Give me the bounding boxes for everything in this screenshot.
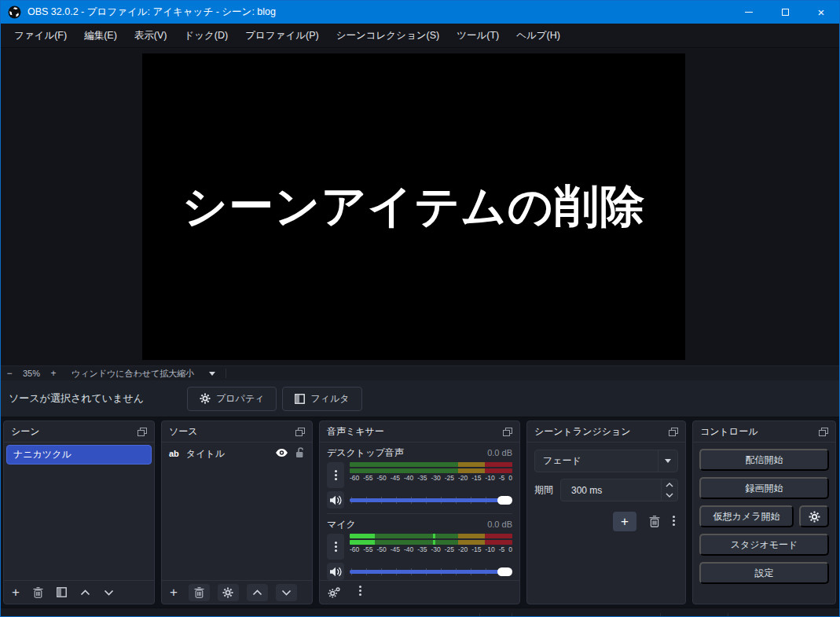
duration-row: 期間 300 ms bbox=[534, 479, 678, 501]
menu-item[interactable]: 表示(V) bbox=[126, 25, 176, 46]
filters-label: フィルタ bbox=[310, 392, 349, 406]
meter-scale-label: -30 bbox=[431, 475, 441, 482]
menu-bar: ファイル(F)編集(E)表示(V)ドック(D)プロファイル(P)シーンコレクショ… bbox=[1, 24, 839, 48]
meter-scale-label: -45 bbox=[391, 475, 400, 482]
virtual-camera-config-button[interactable] bbox=[799, 505, 829, 527]
source-properties-button[interactable] bbox=[218, 584, 239, 601]
remove-source-button[interactable] bbox=[189, 584, 210, 601]
zoom-dropdown-button[interactable] bbox=[202, 366, 222, 380]
remove-scene-button[interactable] bbox=[33, 587, 43, 598]
source-move-up-button[interactable] bbox=[247, 584, 268, 601]
meter-scale-label: -45 bbox=[391, 546, 400, 553]
meter-scale-label: -60 bbox=[350, 546, 359, 553]
transition-properties-menu-button[interactable] bbox=[673, 516, 675, 528]
sources-panel-title: ソース bbox=[169, 425, 198, 439]
channel-menu-button[interactable] bbox=[327, 534, 344, 560]
menu-item[interactable]: ファイル(F) bbox=[6, 25, 75, 46]
meter-scale-label: -55 bbox=[363, 475, 372, 482]
source-move-down-button[interactable] bbox=[276, 584, 297, 601]
mixer-toolbar bbox=[320, 580, 519, 604]
channel-grid: -60-55-50-45-40-35-30-25-20-15-10-50 bbox=[327, 534, 512, 580]
scene-move-up-button[interactable] bbox=[80, 589, 90, 596]
zoom-out-button[interactable]: − bbox=[1, 368, 18, 379]
menu-item[interactable]: ヘルプ(H) bbox=[508, 25, 569, 46]
scene-filters-button[interactable] bbox=[57, 587, 67, 597]
minimize-button[interactable] bbox=[731, 1, 767, 24]
duration-value: 300 ms bbox=[561, 485, 661, 496]
mute-button[interactable] bbox=[327, 491, 344, 509]
trash-icon bbox=[194, 587, 204, 598]
popout-icon[interactable] bbox=[819, 428, 828, 436]
duration-spinner[interactable]: 300 ms bbox=[560, 479, 678, 501]
transition-select[interactable]: フェード bbox=[534, 450, 678, 472]
start-virtual-camera-button[interactable]: 仮想カメラ開始 bbox=[699, 505, 794, 527]
source-lock-button[interactable] bbox=[295, 447, 305, 461]
filters-button[interactable]: フィルタ bbox=[282, 387, 361, 411]
popout-icon[interactable] bbox=[138, 428, 147, 436]
sources-toolbar: + bbox=[162, 580, 312, 604]
mixer-menu-button[interactable] bbox=[359, 584, 361, 601]
maximize-icon bbox=[782, 9, 789, 16]
mixer-body: デスクトップ音声 0.0 dB -60-55-50-45-40-35-30-25… bbox=[320, 443, 519, 580]
source-visibility-button[interactable] bbox=[275, 448, 288, 460]
scene-name: ナニカツクル bbox=[13, 448, 72, 461]
chevron-up-icon bbox=[252, 589, 262, 596]
volume-slider[interactable] bbox=[350, 563, 512, 580]
menu-item[interactable]: ドック(D) bbox=[175, 25, 237, 46]
meter-scale-label: -5 bbox=[499, 475, 505, 482]
duration-label: 期間 bbox=[534, 483, 553, 497]
mute-button[interactable] bbox=[327, 563, 344, 580]
popout-icon[interactable] bbox=[295, 428, 305, 436]
zoom-fit-label[interactable]: ウィンドウに合わせて拡大縮小 bbox=[62, 368, 202, 380]
filter-icon bbox=[295, 394, 305, 404]
close-button[interactable]: × bbox=[803, 1, 839, 24]
menu-item[interactable]: 編集(E) bbox=[75, 25, 126, 46]
select-caret[interactable] bbox=[658, 450, 677, 472]
kebab-icon bbox=[673, 516, 675, 518]
kebab-icon bbox=[335, 542, 337, 544]
divider bbox=[226, 369, 226, 378]
add-transition-button[interactable]: + bbox=[613, 512, 636, 531]
remove-transition-button[interactable] bbox=[649, 516, 660, 527]
channel-grid: -60-55-50-45-40-35-30-25-20-15-10-50 bbox=[327, 462, 512, 509]
menu-item[interactable]: シーンコレクション(S) bbox=[328, 25, 449, 46]
scene-item-selected[interactable]: ナニカツクル bbox=[6, 445, 152, 465]
channel-menu-button[interactable] bbox=[327, 462, 344, 488]
virtual-camera-row: 仮想カメラ開始 bbox=[699, 505, 829, 527]
slider-handle[interactable] bbox=[497, 567, 512, 576]
source-row[interactable]: ab タイトル bbox=[162, 443, 312, 465]
mixer-panel-title: 音声ミキサー bbox=[327, 425, 384, 439]
studio-mode-button[interactable]: スタジオモード bbox=[699, 534, 829, 556]
start-streaming-button[interactable]: 配信開始 bbox=[699, 449, 829, 471]
add-source-button[interactable]: + bbox=[170, 586, 178, 599]
sources-panel: ソース ab タイトル bbox=[161, 421, 313, 604]
zoom-in-button[interactable]: + bbox=[45, 368, 62, 379]
chevron-down-icon bbox=[665, 459, 671, 463]
meter-scale-label: -10 bbox=[486, 475, 495, 482]
meter-scale-label: -20 bbox=[458, 475, 468, 482]
spinner-up-button[interactable] bbox=[662, 479, 677, 490]
preview-canvas[interactable]: シーンアイテムの削除 bbox=[142, 53, 685, 360]
popout-icon[interactable] bbox=[669, 428, 678, 436]
preview-area[interactable]: シーンアイテムの削除 bbox=[1, 48, 839, 365]
text-source-icon: ab bbox=[169, 449, 179, 458]
menu-item[interactable]: プロファイル(P) bbox=[237, 25, 327, 46]
slider-handle[interactable] bbox=[497, 496, 512, 505]
properties-button[interactable]: プロパティ bbox=[187, 387, 277, 411]
add-scene-button[interactable]: + bbox=[12, 586, 20, 599]
spinner-down-button[interactable] bbox=[662, 490, 677, 501]
volume-slider[interactable] bbox=[350, 491, 512, 509]
settings-button[interactable]: 設定 bbox=[699, 562, 829, 584]
meter-scale-label: 0 bbox=[508, 546, 512, 553]
advanced-audio-button[interactable] bbox=[328, 587, 340, 598]
gear-icon bbox=[809, 511, 820, 523]
start-recording-button[interactable]: 録画開始 bbox=[699, 477, 829, 499]
menu-item[interactable]: ツール(T) bbox=[448, 25, 508, 46]
scenes-panel-header: シーン bbox=[4, 421, 154, 443]
gears-icon bbox=[328, 587, 340, 598]
meter-bar-right bbox=[350, 468, 512, 473]
meter-scale-label: -40 bbox=[404, 546, 413, 553]
scene-move-down-button[interactable] bbox=[104, 589, 114, 596]
maximize-button[interactable] bbox=[767, 1, 803, 24]
popout-icon[interactable] bbox=[503, 428, 512, 436]
